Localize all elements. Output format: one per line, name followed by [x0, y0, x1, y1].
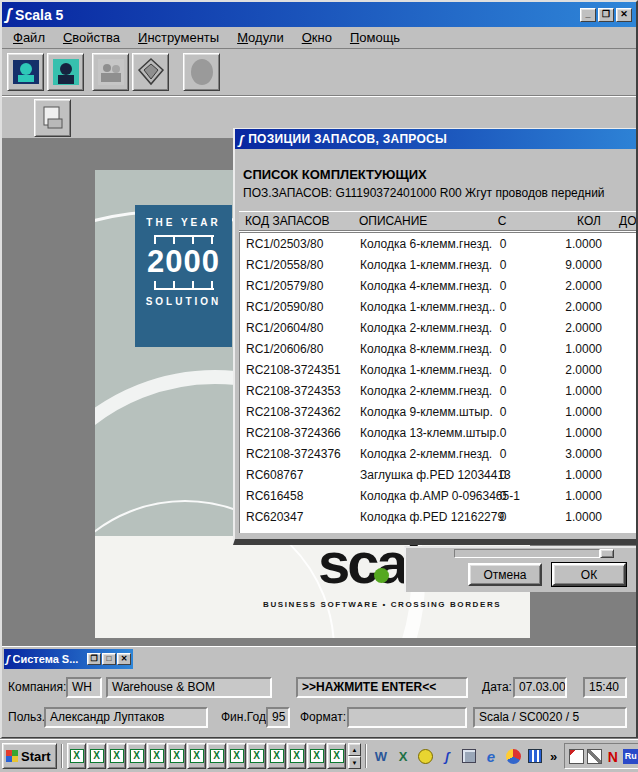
column-header-c[interactable]: С	[485, 214, 519, 228]
taskbar-window-button[interactable]: X	[307, 743, 326, 769]
minimize-button-icon[interactable]: _	[580, 8, 596, 22]
cell-stock-code: RC1/20604/80	[240, 321, 358, 335]
settings-icon[interactable]	[459, 744, 479, 768]
scrollbar-end-button[interactable]	[600, 549, 614, 558]
cell-c: 0	[486, 426, 520, 440]
column-header-description[interactable]: ОПИСАНИЕ	[357, 214, 485, 228]
taskbar-window-button[interactable]: X	[107, 743, 126, 769]
taskbar-window-button[interactable]: X	[207, 743, 226, 769]
taskbar-window-button[interactable]: X	[127, 743, 146, 769]
table-row[interactable]: RC1/20590/80 Колодка 1-клемм.гнезд.. 0 2…	[240, 296, 638, 317]
horizontal-scrollbar[interactable]	[454, 549, 600, 558]
table-row[interactable]: RC2108-3724366 Колодка 13-клемм.штыр. 0 …	[240, 422, 638, 443]
cell-description: Колодка ф.PED 12162279	[358, 510, 486, 524]
user-label: Польз.:	[8, 710, 48, 724]
tray-scheduler-icon[interactable]	[569, 749, 584, 764]
cell-stock-code: RC1/02503/80	[240, 237, 358, 251]
cell-description: Колодка 13-клемм.штыр.	[358, 426, 486, 440]
menu-item[interactable]: Помощь	[341, 28, 409, 47]
table-row[interactable]: RC616458 Колодка ф.AMP 0-0963465-1 0 1.0…	[240, 485, 638, 506]
menu-item[interactable]: Файл	[4, 28, 54, 47]
taskbar-window-button[interactable]: X	[167, 743, 186, 769]
table-row[interactable]: RC2108-3724353 Колодка 2-клемм.гнезд. 0 …	[240, 380, 638, 401]
cell-stock-code: RC620347	[240, 510, 358, 524]
taskbar-window-button[interactable]: X	[147, 743, 166, 769]
taskbar-window-button[interactable]: X	[227, 743, 246, 769]
clock-app-icon[interactable]	[415, 744, 435, 768]
session-button[interactable]	[7, 53, 44, 91]
start-button[interactable]: Start	[2, 743, 57, 769]
taskbar-window-button[interactable]: X	[287, 743, 306, 769]
columns-app-icon[interactable]	[525, 744, 545, 768]
table-row[interactable]: RC1/20606/80 Колодка 8-клемм.гнезд. 0 1.…	[240, 338, 638, 359]
cell-c: 0	[486, 258, 520, 272]
table-row[interactable]: RC1/20579/80 Колодка 4-клемм.гнезд. 0 2.…	[240, 275, 638, 296]
close-button-icon[interactable]: ✕	[616, 8, 632, 22]
outlook-icon[interactable]	[503, 744, 523, 768]
user-name-field: Александр Луптаков	[44, 707, 208, 728]
menu-item[interactable]: Инструменты	[129, 28, 228, 47]
cell-quantity: 1.0000	[520, 405, 608, 419]
spreadsheet-icon: X	[210, 749, 224, 763]
cell-c: 0	[486, 237, 520, 251]
table-row[interactable]: RC1/20604/80 Колодка 2-клемм.гнезд. 0 2.…	[240, 317, 638, 338]
excel-icon[interactable]: X	[393, 744, 413, 768]
restore-button-icon[interactable]: ❐	[598, 8, 614, 22]
spin-up-icon[interactable]: ▲	[348, 743, 361, 756]
column-header-code[interactable]: КОД ЗАПАСОВ	[239, 214, 357, 228]
cell-description: Колодка 8-клемм.гнезд.	[358, 342, 486, 356]
cell-quantity: 2.0000	[520, 300, 608, 314]
cell-quantity: 2.0000	[520, 279, 608, 293]
word-icon[interactable]: W	[371, 744, 391, 768]
minimized-system-window[interactable]: ʃ Система S... ❐ □ ✕	[3, 648, 134, 670]
cell-stock-code: RC2108-3724351	[240, 363, 358, 377]
user-button[interactable]	[47, 53, 84, 91]
tray-pencil-icon[interactable]	[587, 749, 602, 764]
taskbar-window-button[interactable]: X	[67, 743, 86, 769]
cell-c: 0	[486, 363, 520, 377]
table-row[interactable]: RC1/20558/80 Колодка 1-клемм.гнезд. 0 9.…	[240, 254, 638, 275]
table-row[interactable]: RC2108-3724376 Колодка 2-клемм.гнезд. 0 …	[240, 443, 638, 464]
spreadsheet-icon: X	[290, 749, 304, 763]
overflow-chevron-icon[interactable]: »	[547, 749, 560, 764]
mdi-maximize-button-icon[interactable]: □	[102, 653, 116, 665]
internet-explorer-icon[interactable]: e	[481, 744, 501, 768]
taskbar-window-button[interactable]: X	[87, 743, 106, 769]
tray-language-icon[interactable]: Ru	[623, 749, 638, 764]
cell-quantity: 1.0000	[520, 510, 608, 524]
ok-button[interactable]: ОК	[552, 563, 626, 586]
blank-button[interactable]	[183, 53, 220, 91]
mdi-restore-button-icon[interactable]: ❐	[87, 653, 101, 665]
spreadsheet-icon: X	[250, 749, 264, 763]
scala-quicklaunch-icon[interactable]: ʃ	[437, 744, 457, 768]
cancel-button[interactable]: Отмена	[468, 563, 542, 586]
table-row[interactable]: RC2108-3724362 Колодка 9-клемм.штыр. 0 1…	[240, 401, 638, 422]
table-row[interactable]: RC2108-3724351 Колодка 1-клемм.гнезд. 0 …	[240, 359, 638, 380]
cell-stock-code: RC1/20606/80	[240, 342, 358, 356]
users-button-disabled[interactable]	[92, 53, 129, 91]
table-row[interactable]: RC608767 Заглушка ф.PED 12034413 0 1.000…	[240, 464, 638, 485]
user-icon	[52, 58, 80, 86]
print-preview-button[interactable]	[34, 99, 71, 137]
table-row[interactable]: RC620347 Колодка ф.PED 12162279 0 1.0000	[240, 506, 638, 527]
spin-down-icon[interactable]: ▼	[348, 756, 361, 769]
taskbar-window-button[interactable]: X	[267, 743, 286, 769]
menu-item[interactable]: Свойства	[54, 28, 129, 47]
main-titlebar[interactable]: ʃ Scala 5 _ ❐ ✕	[2, 2, 636, 27]
dialog-titlebar[interactable]: ʃ ПОЗИЦИИ ЗАПАСОВ, ЗАПРОСЫ	[235, 129, 638, 149]
modules-button[interactable]	[132, 53, 169, 91]
cell-description: Колодка 1-клемм.гнезд..	[358, 300, 486, 314]
mdi-close-button-icon[interactable]: ✕	[117, 653, 131, 665]
spreadsheet-icon: X	[90, 749, 104, 763]
menu-item[interactable]: Модули	[228, 28, 293, 47]
taskbar-window-button[interactable]: X	[247, 743, 266, 769]
column-header-qty[interactable]: КОЛ	[519, 214, 607, 228]
column-header-extra[interactable]: ДО	[607, 214, 638, 228]
taskbar-window-button[interactable]: X	[187, 743, 206, 769]
cell-quantity: 1.0000	[520, 342, 608, 356]
taskbar-window-button[interactable]: X	[327, 743, 346, 769]
tray-n-icon[interactable]: N	[605, 749, 620, 764]
table-row[interactable]: RC1/02503/80 Колодка 6-клемм.гнезд. 0 1.…	[240, 233, 638, 254]
menu-item[interactable]: Окно	[293, 28, 341, 47]
cell-description: Колодка 2-клемм.гнезд.	[358, 384, 486, 398]
